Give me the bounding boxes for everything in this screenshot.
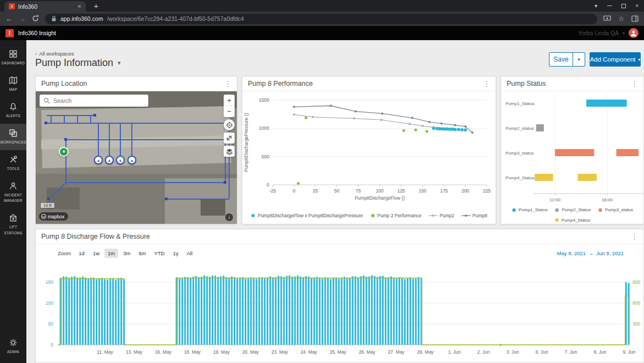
tab-search-icon[interactable]: ▾ xyxy=(589,0,603,12)
legend-item[interactable]: Pump2_Status xyxy=(554,207,590,212)
range-button-3m[interactable]: 3m xyxy=(120,249,134,258)
map-scale: 10 ft xyxy=(40,203,55,208)
legend-dot-icon xyxy=(598,208,603,212)
panel-title: Pump 8 Performance xyxy=(248,80,313,87)
legend-line-marker-icon xyxy=(429,213,437,218)
map-marker-pump-2[interactable]: ▲ xyxy=(105,156,114,164)
range-button-1y[interactable]: 1y xyxy=(170,249,182,258)
workspaces-icon xyxy=(9,129,18,138)
range-button-all[interactable]: All xyxy=(184,249,196,258)
address-bar[interactable]: app.info360.com/workspace/6e7cc294-a231-… xyxy=(45,14,597,24)
sidebar-item-admin[interactable]: ADMIN xyxy=(0,333,26,360)
kebab-menu-icon[interactable]: ⋮ xyxy=(631,80,638,87)
legend-label: Pump1_Status xyxy=(519,207,547,212)
maximize-button[interactable] xyxy=(617,0,630,12)
breadcrumb[interactable]: ‹ All workspaces xyxy=(35,51,74,57)
new-tab-button[interactable]: + xyxy=(90,0,102,12)
add-component-chevron-icon: ▾ xyxy=(639,57,641,62)
window-controls: ▾ × xyxy=(589,0,644,12)
svg-text:7. Jun: 7. Jun xyxy=(564,349,577,355)
date-start: May 9, 2021 xyxy=(557,250,586,256)
url-host: app.info360.com xyxy=(60,15,103,22)
sidebar-item-lift-stations[interactable]: LIFT STATIONS xyxy=(0,208,26,240)
tab-close-icon[interactable]: × xyxy=(77,3,81,10)
range-button-1w[interactable]: 1w xyxy=(90,249,103,258)
kebab-menu-icon[interactable]: ⋮ xyxy=(224,80,231,87)
svg-text:75: 75 xyxy=(356,188,361,194)
range-button-ytd[interactable]: YTD xyxy=(151,249,168,258)
mapbox-logo-icon: m xyxy=(41,214,46,219)
sidebar-item-alerts[interactable]: ALERTS xyxy=(0,97,26,124)
sidebar-item-dashboard[interactable]: DASHBOARD xyxy=(0,45,26,71)
svg-text:13. May: 13. May xyxy=(126,349,143,355)
app-header: I Info360 Insight Yorba Linda QA ▾ xyxy=(0,26,644,40)
legend-item[interactable]: Pump8 xyxy=(462,213,487,218)
svg-text:9. Jun: 9. Jun xyxy=(623,349,635,355)
legend-label: Pump2 xyxy=(440,213,454,218)
search-input[interactable] xyxy=(53,97,145,104)
legend-item[interactable]: Pump2 xyxy=(429,213,454,218)
install-app-icon[interactable] xyxy=(603,15,611,22)
sidebar-item-tools[interactable]: TOOLS xyxy=(0,150,26,177)
svg-text:Pump8DischargeFlow (): Pump8DischargeFlow () xyxy=(354,195,404,201)
add-component-button[interactable]: Add Component ▾ xyxy=(590,52,641,67)
layers-button[interactable] xyxy=(224,146,235,157)
back-button[interactable]: ← xyxy=(5,15,13,23)
range-button-1d[interactable]: 1d xyxy=(75,249,88,258)
legend-item[interactable]: Pump3_status xyxy=(598,207,633,212)
date-range[interactable]: May 9, 2021 → Jun 9, 2021 xyxy=(557,250,624,256)
page-title: Pump Information xyxy=(35,57,113,69)
fullscreen-button[interactable] xyxy=(224,133,235,144)
forward-button[interactable]: → xyxy=(19,15,26,23)
bookmark-star-icon[interactable]: ☆ xyxy=(618,15,624,22)
svg-text:25. May: 25. May xyxy=(330,349,347,355)
app-brand: Info360 Insight xyxy=(18,30,56,36)
side-panel-icon[interactable] xyxy=(631,15,639,22)
map-zoom-controls: + − xyxy=(224,95,235,117)
mapbox-attribution[interactable]: m mapbox xyxy=(39,212,68,221)
svg-text:50: 50 xyxy=(48,321,54,327)
minimize-button[interactable] xyxy=(603,0,617,12)
kebab-menu-icon[interactable]: ⋮ xyxy=(483,80,490,87)
map-search-box[interactable] xyxy=(40,95,148,107)
kebab-menu-icon[interactable]: ⋮ xyxy=(631,233,638,240)
map-marker-pump-4[interactable]: ▲ xyxy=(127,156,136,164)
map-canvas[interactable]: + − ★ ▲ ▲ ▲ ▲ 10 ft m mapbox i xyxy=(36,91,237,224)
browser-tab[interactable]: I Info360 × xyxy=(4,1,86,12)
reload-button[interactable] xyxy=(32,15,39,23)
svg-text:Pump3_status: Pump3_status xyxy=(506,151,534,156)
svg-text:500: 500 xyxy=(262,154,269,160)
breadcrumb-chevron-icon: ‹ xyxy=(35,51,37,57)
range-button-6m[interactable]: 6m xyxy=(135,249,149,258)
save-dropdown-chevron-icon[interactable]: ▾ xyxy=(573,53,585,66)
svg-text:Pump4_Status: Pump4_Status xyxy=(506,175,534,180)
user-menu-chevron-icon[interactable]: ▾ xyxy=(623,31,625,36)
map-marker-pump-3[interactable]: ▲ xyxy=(116,156,125,164)
range-button-1m[interactable]: 1m xyxy=(104,249,118,258)
close-button[interactable]: × xyxy=(630,0,644,12)
panel-pump-location: Pump Location ⋮ xyxy=(35,76,237,224)
legend-item[interactable]: Pump8DischargeFlow x Pump8DischargePress… xyxy=(251,213,363,218)
title-chevron-icon[interactable]: ▾ xyxy=(118,59,121,67)
pump-status-chart: 12:0016:00Pump1_StatusPump2_statusPump3_… xyxy=(501,91,643,202)
sidebar-item-incident-manager[interactable]: INCIDENT MANAGER xyxy=(0,177,26,208)
map-info-button[interactable]: i xyxy=(225,213,233,221)
user-name[interactable]: Yorba Linda QA xyxy=(578,30,619,36)
legend-item[interactable]: Pump1_Status xyxy=(512,207,547,212)
zoom-in-button[interactable]: + xyxy=(224,95,235,106)
zoom-out-button[interactable]: − xyxy=(224,106,235,117)
locate-button[interactable] xyxy=(224,119,235,130)
map-marker-pump-1[interactable]: ▲ xyxy=(94,156,103,164)
legend-item[interactable]: Pump 2 Performance xyxy=(370,213,421,218)
info360-favicon: I xyxy=(9,3,15,9)
sidebar-item-map[interactable]: MAP xyxy=(0,71,26,97)
legend-item[interactable]: Pump4_Status xyxy=(554,218,590,223)
panel-title: Pump Status xyxy=(507,80,546,87)
save-button-group: Save ▾ xyxy=(549,52,585,67)
search-icon xyxy=(43,97,50,104)
svg-text:29. May: 29. May xyxy=(417,349,434,355)
user-avatar[interactable] xyxy=(629,28,639,38)
save-button[interactable]: Save xyxy=(549,53,573,66)
sidebar-item-workspaces[interactable]: WORKSPACES xyxy=(0,124,26,150)
map-marker-station[interactable]: ★ xyxy=(59,147,69,157)
